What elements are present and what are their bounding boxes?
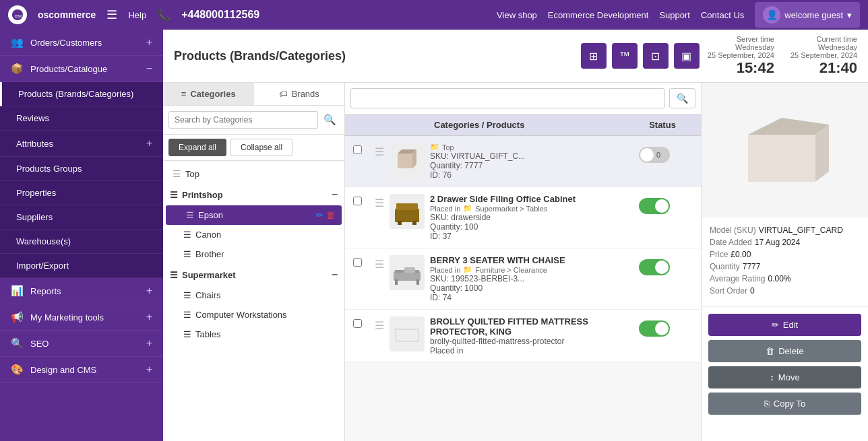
tree-child-epson[interactable]: ☰ Epson ✏ 🗑 bbox=[166, 205, 342, 225]
product-row: ☰ 2 Drawer Side Filing Office Cabinet bbox=[345, 187, 701, 248]
svg-rect-8 bbox=[412, 221, 416, 225]
folder-icon: 📁 bbox=[430, 143, 439, 151]
price-label: Price bbox=[710, 250, 728, 259]
printshop-collapse-icon[interactable]: − bbox=[332, 189, 338, 201]
product-thumbnail-3 bbox=[390, 255, 425, 290]
tree-child-canon[interactable]: ☰ Canon bbox=[163, 225, 344, 244]
avg-rating-label: Average Rating bbox=[710, 274, 766, 283]
tree-child-tables[interactable]: ☰ Tables bbox=[163, 325, 344, 344]
sidebar-item-design-cms[interactable]: 🎨 Design and CMS + bbox=[0, 357, 163, 383]
product-checkbox-3[interactable] bbox=[353, 255, 369, 267]
copy-to-button[interactable]: ⎘ Copy To bbox=[708, 393, 861, 415]
product-status-2[interactable] bbox=[639, 194, 693, 214]
sidebar-item-seo[interactable]: 🔍 SEO + bbox=[0, 331, 163, 357]
svg-rect-2 bbox=[398, 154, 412, 168]
drag-handle-icon: ☰ bbox=[183, 310, 191, 320]
tree-child-chairs[interactable]: ☰ Chairs bbox=[163, 285, 344, 305]
detail-date: Date Added 17 Aug 2024 bbox=[710, 238, 860, 247]
tab-categories[interactable]: ≡ Categories bbox=[163, 83, 254, 105]
view-shop-link[interactable]: View shop bbox=[497, 10, 537, 20]
edit-button[interactable]: ✏ Edit bbox=[708, 314, 861, 336]
expand-all-button[interactable]: Expand all bbox=[168, 139, 226, 156]
contact-us-link[interactable]: Contact Us bbox=[701, 10, 744, 20]
product-search-button[interactable]: 🔍 bbox=[669, 88, 695, 108]
seo-icon: 🔍 bbox=[11, 337, 24, 349]
move-button[interactable]: ↕ Move bbox=[708, 366, 861, 388]
sidebar-item-products-catalogue[interactable]: 📦 Products/Catalogue − bbox=[0, 56, 163, 82]
layout-view-button[interactable]: ⊡ bbox=[643, 43, 669, 69]
tag-view-button[interactable]: ™ bbox=[612, 43, 638, 69]
current-time-block: Current time Wednesday 25 September, 202… bbox=[790, 35, 857, 77]
sidebar-item-reviews[interactable]: Reviews bbox=[0, 106, 163, 131]
edit-icon: ✏ bbox=[772, 320, 779, 330]
tree-group-printshop-header[interactable]: ☰ Printshop − bbox=[163, 184, 344, 205]
sidebar-item-warehouses[interactable]: Warehouse(s) bbox=[0, 230, 163, 254]
sidebar-item-suppliers[interactable]: Suppliers bbox=[0, 205, 163, 230]
product-checkbox-1[interactable] bbox=[353, 143, 369, 154]
product-row: ☰ BERRY 3 SEATER WITH CHAISE bbox=[345, 248, 701, 310]
time-section: Server time Wednesday 25 September, 2024… bbox=[708, 35, 857, 77]
tree-item-top[interactable]: ☰ Top bbox=[163, 164, 344, 184]
current-time-label: Current time bbox=[790, 35, 857, 43]
drag-handle-icon: ☰ bbox=[173, 168, 181, 179]
logo-icon: osc bbox=[8, 5, 27, 24]
user-menu-button[interactable]: 👤 welcome guest ▾ bbox=[755, 2, 860, 28]
product-status-3[interactable] bbox=[639, 255, 693, 275]
grid-view-button[interactable]: ⊞ bbox=[581, 43, 607, 69]
folder-icon: 📁 bbox=[463, 265, 472, 274]
detail-sort-order: Sort Order 0 bbox=[710, 286, 860, 296]
collapse-all-button[interactable]: Collapse all bbox=[230, 139, 292, 156]
phone-number: +448000112569 bbox=[181, 9, 259, 21]
detail-avg-rating: Average Rating 0.00% bbox=[710, 274, 860, 283]
tab-brands[interactable]: 🏷 Brands bbox=[254, 83, 345, 105]
sidebar-item-attributes[interactable]: Attributes + bbox=[0, 131, 163, 157]
supermarket-collapse-icon[interactable]: − bbox=[332, 269, 338, 281]
sidebar-item-products-brands-categories[interactable]: Products (Brands/Categories) bbox=[0, 82, 163, 106]
user-label: welcome guest bbox=[784, 10, 843, 20]
status-toggle-3[interactable] bbox=[639, 259, 670, 275]
status-toggle-4[interactable] bbox=[639, 320, 670, 337]
left-panel: ≡ Categories 🏷 Brands 🔍 Expand all Colla… bbox=[163, 83, 345, 441]
product-row: ☰ BROLLY QUILTED FITTED MATTRESS PROTECT… bbox=[345, 310, 701, 363]
category-search-input[interactable] bbox=[168, 111, 318, 129]
sidebar-item-import-export[interactable]: Import/Export bbox=[0, 254, 163, 278]
marketing-icon: 📢 bbox=[11, 311, 24, 323]
sidebar-item-reports[interactable]: 📊 Reports + bbox=[0, 278, 163, 304]
sidebar-item-orders-customers[interactable]: 👥 Orders/Customers + bbox=[0, 30, 163, 56]
tree-group-supermarket-header[interactable]: ☰ Supermarket − bbox=[163, 264, 344, 285]
media-view-button[interactable]: ▣ bbox=[674, 43, 700, 69]
sidebar-item-products-groups[interactable]: Products Groups bbox=[0, 157, 163, 181]
svg-rect-5 bbox=[395, 209, 419, 222]
status-toggle-1[interactable]: 0 bbox=[639, 147, 670, 163]
hamburger-button[interactable]: ☰ bbox=[106, 7, 117, 22]
orders-plus-icon: + bbox=[146, 36, 152, 48]
tree-child-brother[interactable]: ☰ Brother bbox=[163, 244, 344, 264]
category-search-button[interactable]: 🔍 bbox=[321, 111, 339, 129]
price-value: £0.00 bbox=[731, 250, 751, 259]
header-status: Status bbox=[632, 120, 693, 130]
svg-rect-12 bbox=[416, 279, 419, 285]
svg-rect-7 bbox=[398, 221, 402, 225]
move-icon: ↕ bbox=[770, 372, 774, 382]
delete-button[interactable]: 🗑 Delete bbox=[708, 340, 861, 362]
epson-edit-icon[interactable]: ✏ bbox=[316, 210, 323, 220]
drag-handle-icon: ☰ bbox=[186, 210, 194, 220]
product-status-4[interactable] bbox=[639, 316, 693, 337]
support-link[interactable]: Support bbox=[659, 10, 690, 20]
toggle-knob bbox=[640, 148, 654, 162]
sidebar-item-my-marketing-tools[interactable]: 📢 My Marketing tools + bbox=[0, 304, 163, 331]
product-checkbox-2[interactable] bbox=[353, 194, 369, 205]
epson-delete-icon[interactable]: 🗑 bbox=[326, 210, 335, 220]
help-link[interactable]: Help bbox=[128, 10, 146, 20]
drag-handle-icon: ☰ bbox=[170, 270, 178, 280]
marketing-plus-icon: + bbox=[146, 311, 152, 323]
design-plus-icon: + bbox=[146, 364, 152, 376]
status-toggle-2[interactable] bbox=[639, 198, 670, 214]
sidebar-item-properties[interactable]: Properties bbox=[0, 181, 163, 205]
right-links: View shop Ecommerce Development Support … bbox=[497, 2, 860, 28]
product-checkbox-4[interactable] bbox=[353, 316, 369, 328]
product-status-1[interactable]: 0 bbox=[639, 143, 693, 163]
tree-child-computer-workstations[interactable]: ☰ Computer Workstations bbox=[163, 305, 344, 325]
product-search-input[interactable] bbox=[350, 88, 665, 108]
ecommerce-dev-link[interactable]: Ecommerce Development bbox=[548, 10, 649, 20]
